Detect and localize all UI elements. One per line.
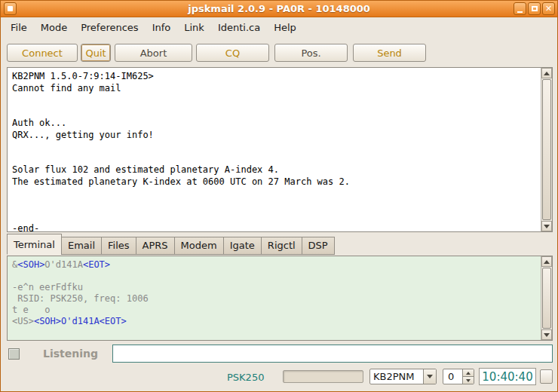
spinner-buttons [462, 369, 474, 384]
terminal-scrollbar[interactable] [541, 68, 552, 231]
number-spinner[interactable]: 0 [443, 369, 474, 384]
terminal-output[interactable]: KB2PNM 1.5.0-7:9:14-IM625> Cannot find a… [7, 67, 553, 232]
listening-label: Listening [43, 348, 98, 360]
callsign-combo[interactable]: KB2PNM [369, 369, 437, 384]
spinner-value: 0 [443, 369, 462, 384]
tab-dsp[interactable]: DSP [302, 237, 335, 255]
tab-modem[interactable]: Modem [174, 237, 224, 255]
app-window: jpskmail 2.0.9 - PA0R - 10148000 ✕ FileM… [0, 0, 558, 392]
progress-bar [283, 370, 363, 383]
tab-terminal[interactable]: Terminal [7, 234, 62, 255]
window-controls: ✕ [514, 2, 555, 15]
maximize-button[interactable] [528, 2, 541, 15]
tx-input[interactable] [112, 345, 553, 363]
monitor-scrollbar[interactable] [541, 256, 552, 340]
resize-grip[interactable] [540, 369, 553, 384]
abort-button[interactable]: Abort [115, 44, 192, 62]
callsign-value: KB2PNM [370, 369, 423, 384]
connect-button[interactable]: Connect [7, 44, 78, 62]
tab-igate[interactable]: Igate [223, 237, 262, 255]
arrow-up-icon [466, 372, 471, 375]
arrow-down-icon [544, 225, 550, 228]
menu-item-preferences[interactable]: Preferences [74, 19, 145, 36]
tab-rigctl[interactable]: Rigctl [261, 237, 302, 255]
combo-dropdown-button[interactable] [423, 369, 436, 384]
tab-bar: TerminalEmailFilesAPRSModemIgateRigctlDS… [7, 234, 335, 255]
monitor-output[interactable]: &<SOH>O'd141A<EOT>-e^n eerFdfku RSID: PS… [7, 256, 553, 341]
arrow-up-icon [544, 72, 550, 75]
cq-button[interactable]: CQ [196, 44, 269, 62]
monitor-text: &<SOH>O'd141A<EOT>-e^n eerFdfku RSID: PS… [8, 256, 540, 340]
menu-item-file[interactable]: File [4, 19, 34, 36]
arrow-down-icon [466, 379, 471, 382]
menubar: FileModePreferencesInfoLinkIdenti.caHelp [1, 18, 557, 37]
clock-display: 10:40:40 [479, 368, 536, 385]
scroll-down-button[interactable] [541, 329, 552, 340]
spinner-up-button[interactable] [463, 369, 474, 377]
menu-item-link[interactable]: Link [177, 19, 211, 36]
menu-item-mode[interactable]: Mode [34, 19, 74, 36]
arrow-down-icon [544, 333, 550, 337]
menu-item-info[interactable]: Info [146, 19, 178, 36]
titlebar: jpskmail 2.0.9 - PA0R - 10148000 ✕ [1, 1, 557, 17]
tab-files[interactable]: Files [101, 237, 136, 255]
mode-label: PSK250 [227, 372, 264, 383]
send-button[interactable]: Send [353, 44, 426, 62]
arrow-up-icon [544, 260, 550, 264]
close-icon: ✕ [545, 5, 552, 13]
pos-button[interactable]: Pos. [274, 44, 348, 62]
scroll-up-button[interactable] [541, 256, 552, 267]
chevron-down-icon [427, 375, 433, 378]
menu-item-identi-ca[interactable]: Identi.ca [211, 19, 267, 36]
menu-item-help[interactable]: Help [267, 19, 303, 36]
rx-text: KB2PNM 1.5.0-7:9:14-IM625> Cannot find a… [8, 68, 540, 231]
minimize-icon [517, 11, 523, 13]
maximize-icon [532, 6, 538, 11]
scroll-down-button[interactable] [541, 221, 552, 231]
spinner-down-button[interactable] [463, 377, 474, 384]
tab-email[interactable]: Email [61, 237, 102, 255]
scrollbar-thumb[interactable] [542, 79, 551, 220]
listening-checkbox[interactable] [8, 348, 20, 360]
scroll-up-button[interactable] [541, 68, 552, 78]
window-title: jpskmail 2.0.9 - PA0R - 10148000 [1, 3, 557, 14]
close-button[interactable]: ✕ [542, 2, 555, 15]
tab-aprs[interactable]: APRS [136, 237, 175, 255]
scrollbar-thumb[interactable] [542, 268, 551, 329]
quit-button[interactable]: Quit [81, 44, 111, 62]
minimize-button[interactable] [514, 2, 526, 15]
